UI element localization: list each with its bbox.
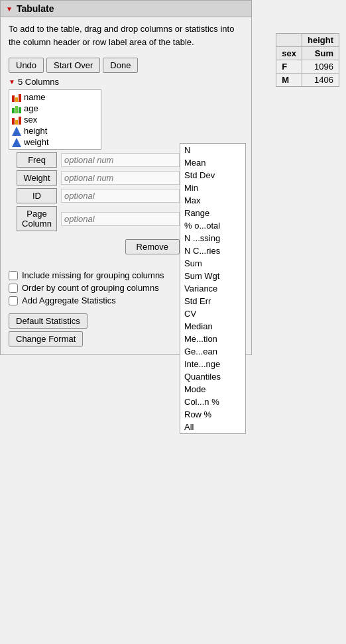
stat-item-cv[interactable]: CV [180,307,245,320]
stat-item-sum[interactable]: Sum [180,257,245,270]
stat-item-mode[interactable]: Mode [180,383,245,396]
stat-item-row-pct[interactable]: Row % [180,408,245,421]
change-format-button[interactable]: Change Format [9,331,83,347]
bar-chart-red-icon [12,93,21,102]
stat-item-stddev[interactable]: Std Dev [180,169,245,182]
stat-item-n-categories[interactable]: N C...ries [180,244,245,257]
freq-input[interactable] [61,153,180,167]
list-item[interactable]: name [11,91,99,103]
stat-item-meation[interactable]: Me...tion [180,333,245,345]
svg-rect-0 [12,95,15,102]
page-column-row: Page Column [17,206,180,231]
svg-rect-2 [19,94,21,102]
svg-marker-10 [12,138,21,147]
stat-item-max[interactable]: Max [180,194,245,207]
preview-table-stat-header: Sum [302,47,339,60]
remove-button[interactable]: Remove [125,239,180,254]
undo-button[interactable]: Undo [9,58,44,73]
svg-rect-3 [12,108,15,113]
preview-table: height sex Sum F 1096 M 1406 [276,33,339,87]
table-row: M 1406 [276,74,339,87]
default-stats-button[interactable]: Default Statistics [9,313,87,329]
panel-title: Tabulate [17,3,54,14]
statistics-list: N Mean Std Dev Min Max Range % o...otal … [180,143,246,434]
stat-item-range[interactable]: Range [180,207,245,219]
collapse-arrow-icon[interactable]: ▼ [6,5,13,13]
page-column-input[interactable] [61,212,180,226]
weight-button[interactable]: Weight [17,170,57,186]
table-row: F 1096 [276,60,339,74]
list-item[interactable]: weight [11,136,99,148]
stat-item-variance[interactable]: Variance [180,282,245,295]
stat-item-col-pct[interactable]: Col...n % [180,396,245,408]
svg-rect-1 [15,97,18,102]
svg-rect-4 [15,106,18,113]
left-content: ▼ 5 Columns name [9,77,188,260]
done-button[interactable]: Done [103,58,138,73]
description-text: To add to the table, drag and drop colum… [1,17,251,54]
column-height-label: height [24,126,47,136]
preview-table-empty-header [276,34,302,47]
preview-row-f-value: 1096 [302,60,339,74]
form-section: Freq Weight ID Page Column [9,150,188,237]
svg-rect-5 [19,107,21,113]
order-checkbox[interactable] [9,284,18,293]
preview-table-row-header: sex [276,47,302,60]
column-sex-label: sex [24,115,37,125]
bar-chart-red2-icon [12,115,21,125]
preview-row-m-value: 1406 [302,74,339,87]
list-item[interactable]: age [11,103,99,114]
id-row: ID [17,188,180,203]
weight-row: Weight [17,170,180,186]
columns-collapse-icon[interactable]: ▼ [9,78,15,85]
svg-rect-6 [12,118,15,125]
stat-item-mean[interactable]: Mean [180,156,245,169]
page-column-button[interactable]: Page Column [17,206,57,231]
aggregate-label: Add Aggregate Statistics [22,295,116,305]
stat-item-pct-total[interactable]: % o...otal [180,219,245,232]
stat-item-quantiles[interactable]: Quantiles [180,370,245,383]
columns-header: ▼ 5 Columns [9,77,188,87]
missing-label: Include missing for grouping columns [22,270,164,280]
columns-and-stats-section: ▼ 5 Columns name [1,77,251,265]
list-item[interactable]: height [11,125,99,136]
stat-item-interrange[interactable]: Inte...nge [180,358,245,370]
order-label: Order by count of grouping columns [22,283,159,293]
freq-row: Freq [17,152,180,168]
stat-item-min[interactable]: Min [180,182,245,194]
bar-chart-green-icon [12,104,21,113]
svg-rect-8 [19,117,21,125]
columns-count-label: 5 Columns [18,77,59,87]
list-item[interactable]: sex [11,114,99,125]
title-bar: ▼ Tabulate [1,1,251,17]
column-age-label: age [24,103,38,113]
triangle-blue-icon [12,127,21,136]
stat-item-all[interactable]: All [180,421,245,433]
column-name-label: name [24,92,46,102]
id-input[interactable] [61,189,180,203]
id-button[interactable]: ID [17,188,57,203]
aggregate-checkbox[interactable] [9,296,18,305]
stat-item-n-missing[interactable]: N ...ssing [180,232,245,244]
stat-item-n[interactable]: N [180,144,245,156]
weight-input[interactable] [61,171,180,185]
stat-item-geomean[interactable]: Ge...ean [180,345,245,358]
svg-marker-9 [12,127,21,136]
toolbar: Undo Start Over Done [1,54,251,77]
start-over-button[interactable]: Start Over [46,58,100,73]
column-weight-label: weight [24,137,49,147]
stat-item-sumwgt[interactable]: Sum Wgt [180,270,245,282]
stat-item-median[interactable]: Median [180,320,245,333]
triangle-blue2-icon [12,138,21,147]
columns-list: name age sex [9,89,101,150]
preview-row-f-label: F [276,60,302,74]
freq-button[interactable]: Freq [17,152,57,168]
svg-rect-7 [15,120,18,125]
preview-row-m-label: M [276,74,302,87]
preview-table-col-header: height [302,34,339,47]
stat-item-stderr[interactable]: Std Err [180,295,245,307]
missing-checkbox[interactable] [9,271,18,280]
